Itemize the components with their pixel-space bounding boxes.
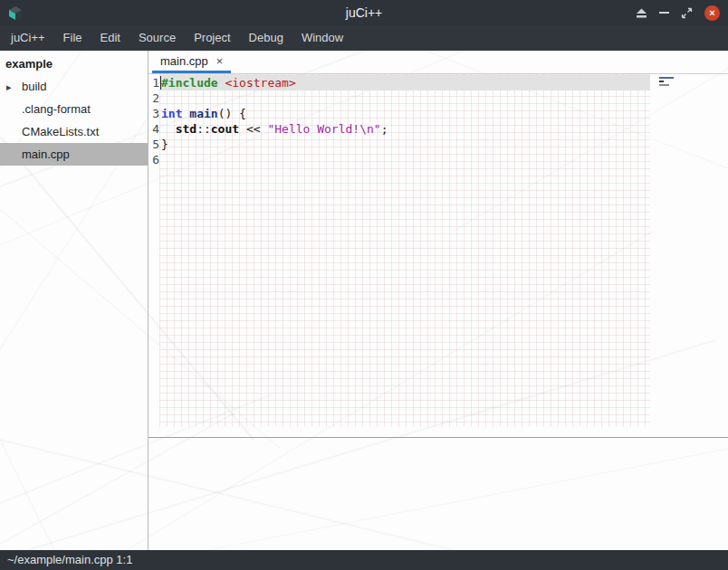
code-token: << <box>239 122 267 136</box>
code-token: main <box>189 107 217 120</box>
code-line-6: 6 <box>148 152 728 167</box>
code-editor[interactable]: 1#include <iostream>23int main() {4 std:… <box>148 74 728 437</box>
eject-button[interactable] <box>636 7 647 19</box>
code-token: int <box>161 107 182 120</box>
code-token: std <box>176 122 196 136</box>
tab-label: main.cpp <box>160 54 208 68</box>
code-line-4: 4 std::cout << "Hello World!\n"; <box>148 121 728 137</box>
line-number: 1 <box>148 75 159 90</box>
code-token: "Hello World!\n" <box>267 122 380 136</box>
tree-item-label: main.cpp <box>22 147 70 161</box>
tree-item-main-cpp[interactable]: main.cpp <box>0 143 148 166</box>
tree-item-label: CMakeLists.txt <box>22 125 99 138</box>
code-line-3: 3int main() { <box>148 106 728 121</box>
tree-item-label: .clang-format <box>22 102 91 116</box>
window-controls: × <box>636 0 720 25</box>
line-number: 5 <box>148 137 159 152</box>
text-caret <box>160 76 161 90</box>
content-area: example ▸build.clang-formatCMakeLists.tx… <box>0 51 728 550</box>
line-number: 4 <box>148 121 159 137</box>
tab-close-icon[interactable]: × <box>216 55 224 67</box>
titlebar: juCi++ × <box>0 0 728 25</box>
menu-file[interactable]: File <box>54 25 91 51</box>
expander-triangle-icon[interactable]: ▸ <box>6 81 12 91</box>
status-text: ~/example/main.cpp 1:1 <box>7 553 132 566</box>
tab-main-cpp[interactable]: main.cpp × <box>152 51 231 73</box>
minimize-button[interactable] <box>659 12 669 14</box>
code-token: } <box>161 138 168 151</box>
tree-item--clang-format[interactable]: .clang-format <box>0 98 148 120</box>
project-root-label[interactable]: example <box>0 53 148 75</box>
line-number: 3 <box>148 106 159 121</box>
main-column: main.cpp × 1#include <iostream>23int mai… <box>148 51 728 550</box>
scroll-overview[interactable] <box>659 77 679 88</box>
file-list: ▸build.clang-formatCMakeLists.txtmain.cp… <box>0 75 148 166</box>
code-token: :: <box>196 122 211 136</box>
tree-item-build[interactable]: ▸build <box>0 75 148 98</box>
code-token: () { <box>218 107 246 120</box>
maximize-button[interactable] <box>681 7 693 19</box>
close-button[interactable]: × <box>704 5 720 21</box>
code-lines: 1#include <iostream>23int main() {4 std:… <box>148 74 728 167</box>
overview-mark <box>659 81 664 82</box>
code-line-2: 2 <box>148 90 728 106</box>
status-bar: ~/example/main.cpp 1:1 <box>0 550 728 570</box>
code-text: int main() { <box>159 106 650 121</box>
menu-window[interactable]: Window <box>292 25 352 51</box>
window-title: juCi++ <box>346 0 382 25</box>
code-token: cout <box>211 122 239 136</box>
app-logo-icon <box>7 5 24 21</box>
code-line-5: 5} <box>148 137 728 152</box>
menubar: juCi++FileEditSourceProjectDebugWindow <box>0 25 728 51</box>
code-token: <iostream> <box>225 76 295 90</box>
code-token: #include <box>161 76 218 90</box>
output-panel[interactable] <box>148 437 728 550</box>
code-token: ; <box>381 122 388 136</box>
app-window: juCi++ × juCi++FileEditSourceProjectDebu… <box>0 0 728 570</box>
code-line-1: 1#include <iostream> <box>148 75 728 90</box>
menu-source[interactable]: Source <box>129 25 185 51</box>
code-text: #include <iostream> <box>159 75 650 90</box>
menu-project[interactable]: Project <box>185 25 239 51</box>
code-text <box>159 90 650 106</box>
code-text: } <box>159 137 650 152</box>
code-text: std::cout << "Hello World!\n"; <box>159 121 650 137</box>
overview-mark <box>659 84 669 86</box>
line-number: 6 <box>148 152 159 167</box>
tab-bar: main.cpp × <box>148 51 728 74</box>
tree-item-label: build <box>22 80 46 93</box>
file-tree: example ▸build.clang-formatCMakeLists.tx… <box>0 51 148 550</box>
code-text <box>159 152 650 167</box>
overview-mark <box>659 77 674 79</box>
menu-juci[interactable]: juCi++ <box>2 25 54 51</box>
code-token <box>161 122 176 136</box>
tree-item-cmakelists-txt[interactable]: CMakeLists.txt <box>0 120 148 143</box>
line-number: 2 <box>148 90 159 106</box>
menu-edit[interactable]: Edit <box>91 25 129 51</box>
menu-debug[interactable]: Debug <box>240 25 292 51</box>
